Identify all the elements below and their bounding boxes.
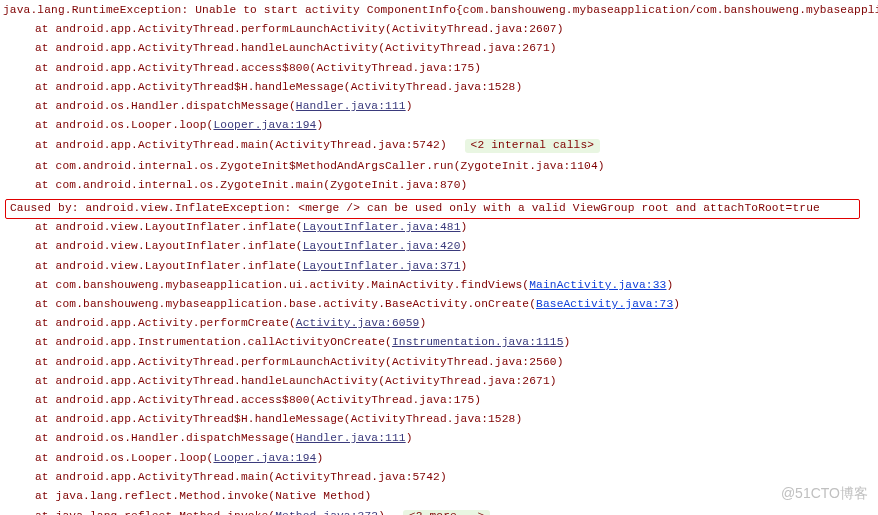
stack-frame: at android.view.LayoutInflater.inflate(L… bbox=[3, 260, 878, 279]
stack-frame: at java.lang.reflect.Method.invoke(Nativ… bbox=[3, 490, 878, 509]
stack-frame-text: at android.app.Activity.performCreate( bbox=[35, 317, 296, 329]
stack-frame: at android.app.ActivityThread$H.handleMe… bbox=[3, 81, 878, 100]
stack-frame: at com.banshouweng.mybaseapplication.bas… bbox=[3, 298, 878, 317]
stack-frame-text: ) bbox=[406, 432, 413, 444]
stack-frame-text: at android.os.Looper.loop( bbox=[35, 119, 213, 131]
source-link[interactable]: BaseActivity.java:73 bbox=[536, 298, 673, 310]
stack-frame-text: ) bbox=[564, 336, 571, 348]
stack-frame: at android.view.LayoutInflater.inflate(L… bbox=[3, 221, 878, 240]
fold-tag[interactable]: <2 internal calls> bbox=[465, 139, 601, 152]
stack-frame-text: ) bbox=[316, 119, 323, 131]
stack-frame: at android.os.Handler.dispatchMessage(Ha… bbox=[3, 100, 878, 119]
stack-frame-text: at android.view.LayoutInflater.inflate( bbox=[35, 260, 303, 272]
source-link[interactable]: Looper.java:194 bbox=[213, 452, 316, 464]
stack-frame: at com.android.internal.os.ZygoteInit.ma… bbox=[3, 179, 878, 198]
stack-frame: at android.os.Looper.loop(Looper.java:19… bbox=[3, 452, 878, 471]
fold-tag[interactable]: <2 more...> bbox=[403, 510, 491, 515]
stack-frame: at android.app.ActivityThread.access$800… bbox=[3, 62, 878, 81]
stack-frame-text: at android.view.LayoutInflater.inflate( bbox=[35, 240, 303, 252]
source-link[interactable]: LayoutInflater.java:420 bbox=[303, 240, 461, 252]
source-link[interactable]: Instrumentation.java:1115 bbox=[392, 336, 564, 348]
stack-frame: at android.app.ActivityThread.performLau… bbox=[3, 23, 878, 42]
stack-frame: at com.banshouweng.mybaseapplication.ui.… bbox=[3, 279, 878, 298]
stack-frame-text: ) bbox=[378, 510, 385, 515]
stack-frame: at android.app.Instrumentation.callActiv… bbox=[3, 336, 878, 355]
stack-frame-text: ) bbox=[673, 298, 680, 310]
stack-frame-text: ) bbox=[461, 260, 468, 272]
stack-frame: at android.app.ActivityThread.handleLaun… bbox=[3, 375, 878, 394]
source-link[interactable]: Handler.java:111 bbox=[296, 432, 406, 444]
stack-frame: at android.app.ActivityThread.handleLaun… bbox=[3, 42, 878, 61]
stack-frame-text: at android.os.Handler.dispatchMessage( bbox=[35, 100, 296, 112]
source-link[interactable]: MainActivity.java:33 bbox=[529, 279, 666, 291]
stack-frame-text: ) bbox=[406, 100, 413, 112]
cause-line: Caused by: android.view.InflateException… bbox=[5, 199, 860, 219]
stack-frame: at android.app.ActivityThread.access$800… bbox=[3, 394, 878, 413]
stack-frame-text: ) bbox=[461, 240, 468, 252]
source-link[interactable]: Activity.java:6059 bbox=[296, 317, 420, 329]
stack-frame-text: at android.view.LayoutInflater.inflate( bbox=[35, 221, 303, 233]
stack-frame-text: at android.app.ActivityThread.main(Activ… bbox=[35, 139, 447, 151]
source-link[interactable]: Handler.java:111 bbox=[296, 100, 406, 112]
stack-frame-text: ) bbox=[419, 317, 426, 329]
source-link[interactable]: Looper.java:194 bbox=[213, 119, 316, 131]
stack-frame: at android.app.Activity.performCreate(Ac… bbox=[3, 317, 878, 336]
stack-frame: at android.app.ActivityThread.main(Activ… bbox=[3, 471, 878, 490]
stack-frame: at android.view.LayoutInflater.inflate(L… bbox=[3, 240, 878, 259]
stack-frame-text: at com.banshouweng.mybaseapplication.ui.… bbox=[35, 279, 529, 291]
stack-frame-text: at android.app.Instrumentation.callActiv… bbox=[35, 336, 392, 348]
stack-trace: java.lang.RuntimeException: Unable to st… bbox=[0, 0, 878, 515]
source-link[interactable]: Method.java:372 bbox=[275, 510, 378, 515]
stack-frame-text: ) bbox=[666, 279, 673, 291]
stack-frame-text: at android.os.Looper.loop( bbox=[35, 452, 213, 464]
stack-frame-text: ) bbox=[461, 221, 468, 233]
stack-frame: at android.app.ActivityThread.performLau… bbox=[3, 356, 878, 375]
stack-frame: at android.os.Handler.dispatchMessage(Ha… bbox=[3, 432, 878, 451]
stack-frame: at android.app.ActivityThread$H.handleMe… bbox=[3, 413, 878, 432]
source-link[interactable]: LayoutInflater.java:481 bbox=[303, 221, 461, 233]
stack-frame: at com.android.internal.os.ZygoteInit$Me… bbox=[3, 160, 878, 179]
exception-header: java.lang.RuntimeException: Unable to st… bbox=[3, 4, 878, 23]
watermark: @51CTO博客 bbox=[781, 485, 868, 503]
stack-frame: at android.app.ActivityThread.main(Activ… bbox=[3, 138, 878, 159]
stack-frame-text: at java.lang.reflect.Method.invoke( bbox=[35, 510, 275, 515]
source-link[interactable]: LayoutInflater.java:371 bbox=[303, 260, 461, 272]
stack-frame-text: ) bbox=[316, 452, 323, 464]
stack-frame: at android.os.Looper.loop(Looper.java:19… bbox=[3, 119, 878, 138]
stack-frame-text: at com.banshouweng.mybaseapplication.bas… bbox=[35, 298, 536, 310]
stack-frame: at java.lang.reflect.Method.invoke(Metho… bbox=[3, 509, 878, 515]
stack-frame-text: at android.os.Handler.dispatchMessage( bbox=[35, 432, 296, 444]
